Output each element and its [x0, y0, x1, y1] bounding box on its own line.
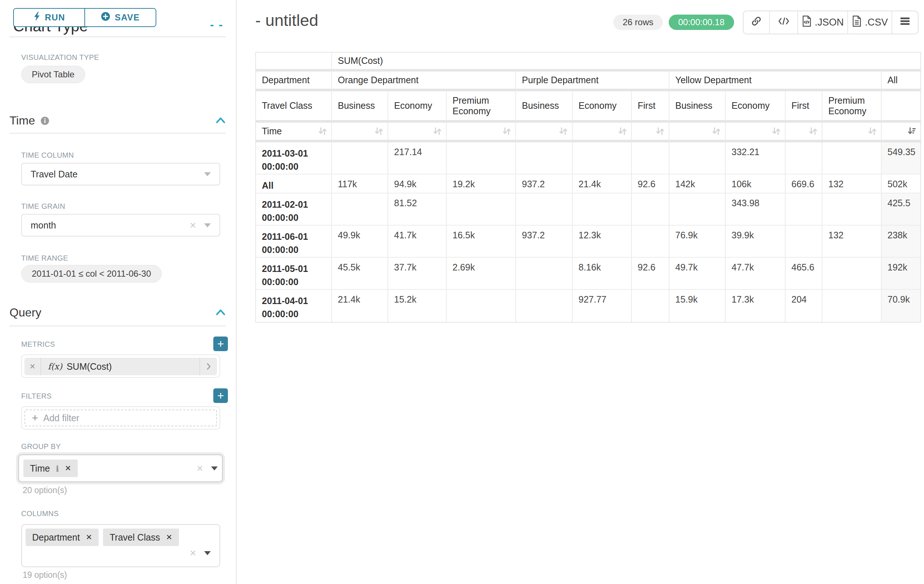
sort-header[interactable]: [632, 123, 670, 142]
columns-tag-label: Travel Class: [110, 532, 160, 543]
cell: 937.2: [516, 174, 573, 193]
pivot-table-container: SUM(Cost)DepartmentOrange DepartmentPurp…: [255, 52, 921, 322]
clear-icon[interactable]: ×: [190, 548, 196, 558]
viz-type-pill[interactable]: Pivot Table: [21, 66, 85, 83]
time-grain-label: TIME GRAIN: [21, 202, 65, 211]
travel-class-header: [882, 91, 920, 123]
run-button[interactable]: RUN: [14, 9, 85, 26]
time-section-title: Time: [10, 114, 35, 127]
chevron-down-icon: [204, 224, 211, 227]
sort-header[interactable]: [332, 123, 388, 142]
cell: 502k: [882, 174, 920, 193]
remove-tag-icon[interactable]: ✕: [166, 533, 172, 542]
cell: 2.69k: [447, 258, 516, 290]
filters-field: + Add filter: [21, 406, 220, 429]
cell: 41.7k: [388, 225, 447, 258]
department-group-header: All: [882, 72, 920, 91]
cell: 15.9k: [670, 290, 726, 322]
sort-header[interactable]: [447, 123, 516, 142]
remove-metric-icon[interactable]: ✕: [25, 358, 41, 375]
cell: [332, 193, 388, 225]
row-dimension-sort-header[interactable]: Time: [256, 123, 332, 142]
time-grain-select[interactable]: month ×: [21, 214, 220, 237]
sort-header[interactable]: [882, 123, 920, 142]
time-range-pill[interactable]: 2011-01-01 ≤ col < 2011-06-30: [21, 265, 162, 283]
cell: 92.6: [632, 258, 670, 290]
cell: [573, 142, 632, 174]
cell: 81.52: [388, 193, 447, 225]
export-json-button[interactable]: .JSON: [798, 12, 848, 34]
export-csv-button[interactable]: .CSV: [848, 12, 892, 34]
travel-class-header: First: [785, 91, 822, 123]
export-toolbar: .JSON .CSV: [743, 11, 919, 34]
add-metric-button[interactable]: +: [213, 337, 228, 351]
cell: [785, 193, 822, 225]
travel-class-header-row: Travel ClassBusinessEconomyPremium Econo…: [256, 91, 920, 123]
row-label: 2011-04-01 00:00:00: [256, 290, 332, 322]
cell: [822, 193, 882, 225]
add-filter-plus-button[interactable]: +: [213, 388, 228, 403]
save-button[interactable]: SAVE: [85, 9, 155, 26]
cell: 37.7k: [388, 258, 447, 290]
remove-tag-icon[interactable]: ✕: [86, 533, 92, 542]
time-column-label: TIME COLUMN: [21, 151, 74, 160]
time-column-select[interactable]: Travel Date: [21, 163, 220, 186]
metric-chip[interactable]: ✕ f(x) SUM(Cost): [25, 358, 217, 375]
cell: 92.6: [632, 174, 670, 193]
cell: [516, 193, 573, 225]
bolt-icon: [33, 12, 41, 23]
plus-circle-icon: [101, 12, 110, 23]
chevron-up-icon[interactable]: [216, 308, 226, 317]
sort-header[interactable]: [670, 123, 726, 142]
clear-icon[interactable]: ×: [196, 463, 203, 474]
sort-header[interactable]: [785, 123, 822, 142]
chevron-right-icon[interactable]: [200, 358, 217, 375]
sort-header[interactable]: [822, 123, 882, 142]
clear-icon[interactable]: ×: [190, 220, 196, 231]
remove-tag-icon[interactable]: ✕: [64, 464, 71, 473]
group-by-select[interactable]: Time i ✕ ×: [18, 454, 223, 482]
time-section-header[interactable]: Time: [10, 114, 226, 127]
row-dimension-label: Time: [262, 126, 282, 137]
cell: [632, 225, 670, 258]
sort-header[interactable]: [726, 123, 785, 142]
cell: 217.14: [388, 142, 447, 174]
chevron-down-icon: [204, 172, 211, 176]
metrics-field: ✕ f(x) SUM(Cost): [21, 354, 220, 378]
cell: 465.6: [785, 258, 822, 290]
cell: [447, 142, 516, 174]
cell: 549.35: [882, 142, 920, 174]
run-save-button-group: RUN SAVE: [13, 8, 156, 27]
department-header-row: DepartmentOrange DepartmentPurple Depart…: [256, 72, 920, 91]
embed-code-button[interactable]: [770, 12, 798, 34]
travel-class-header: Economy: [388, 91, 447, 123]
query-section-header[interactable]: Query: [10, 306, 226, 319]
chevron-up-icon[interactable]: [216, 116, 226, 125]
viz-type-label: VISUALIZATION TYPE: [21, 53, 99, 62]
columns-options-hint: 19 option(s): [23, 570, 67, 580]
cell: 19.2k: [447, 174, 516, 193]
cell: [332, 142, 388, 174]
cell: 39.9k: [726, 225, 785, 258]
filters-label: FILTERS: [21, 392, 52, 400]
sort-header[interactable]: [516, 123, 573, 142]
cell: 76.9k: [670, 225, 726, 258]
table-row: All117k94.9k19.2k937.221.4k92.6142k106k6…: [256, 174, 920, 193]
sort-header[interactable]: [573, 123, 632, 142]
cell: [447, 290, 516, 322]
group-by-label: GROUP BY: [21, 443, 61, 451]
cell: 238k: [882, 225, 920, 258]
sort-header[interactable]: [388, 123, 447, 142]
add-filter-dropzone[interactable]: + Add filter: [25, 410, 217, 426]
columns-select[interactable]: Department ✕ Travel Class ✕ ×: [21, 524, 220, 567]
cell: [447, 193, 516, 225]
chart-title[interactable]: - untitled: [255, 11, 318, 30]
group-by-options-hint: 20 option(s): [23, 485, 67, 495]
copy-link-button[interactable]: [744, 12, 770, 34]
cell: [785, 142, 822, 174]
cell: 47.7k: [726, 258, 785, 290]
menu-button[interactable]: [892, 12, 918, 34]
metric-header-row: SUM(Cost): [256, 53, 920, 72]
cell: [670, 193, 726, 225]
scrolled-dot-right: [219, 25, 223, 26]
